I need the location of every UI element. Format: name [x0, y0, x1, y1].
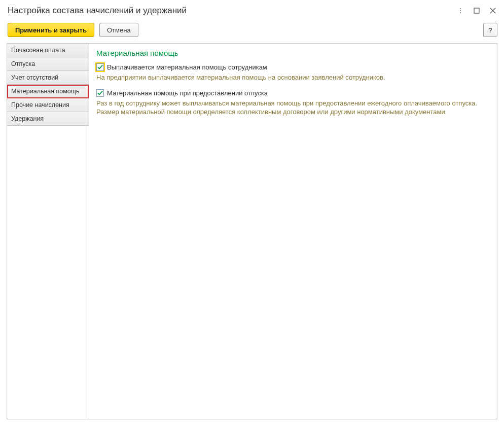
cancel-button[interactable]: Отмена	[99, 23, 138, 37]
content-panel: Материальная помощь Выплачивается матери…	[89, 44, 497, 419]
body: Почасовая оплата Отпуска Учет отсутствий…	[7, 43, 497, 419]
window-controls	[456, 6, 497, 15]
option-description: Раз в год сотруднику может выплачиваться…	[96, 99, 482, 117]
option-row: Выплачивается материальная помощь сотруд…	[96, 63, 490, 71]
sidebar-item-absence-tracking[interactable]: Учет отсутствий	[7, 71, 89, 85]
option-block: Материальная помощь при предоставлении о…	[96, 89, 490, 117]
checkbox-material-aid-vacation[interactable]	[96, 89, 104, 97]
option-label[interactable]: Материальная помощь при предоставлении о…	[107, 89, 268, 97]
sidebar-item-other-accruals[interactable]: Прочие начисления	[7, 98, 89, 112]
option-block: Выплачивается материальная помощь сотруд…	[96, 63, 490, 82]
maximize-icon[interactable]	[472, 6, 481, 15]
settings-window: Настройка состава начислений и удержаний…	[0, 0, 504, 426]
sidebar: Почасовая оплата Отпуска Учет отсутствий…	[7, 44, 89, 419]
sidebar-item-deductions[interactable]: Удержания	[7, 112, 89, 126]
kebab-menu-icon[interactable]	[456, 6, 465, 15]
option-description: На предприятии выплачивается материальна…	[96, 73, 482, 82]
toolbar: Применить и закрыть Отмена ?	[1, 20, 503, 43]
window-title: Настройка состава начислений и удержаний	[8, 6, 456, 16]
sidebar-item-hourly-pay[interactable]: Почасовая оплата	[7, 44, 89, 57]
option-label[interactable]: Выплачивается материальная помощь сотруд…	[107, 63, 267, 71]
close-icon[interactable]	[488, 6, 497, 15]
svg-rect-0	[474, 8, 479, 13]
sidebar-item-vacations[interactable]: Отпуска	[7, 57, 89, 71]
sidebar-item-material-aid[interactable]: Материальная помощь	[7, 85, 89, 98]
titlebar: Настройка состава начислений и удержаний	[1, 1, 503, 20]
apply-and-close-button[interactable]: Применить и закрыть	[8, 23, 94, 37]
section-title: Материальная помощь	[96, 49, 490, 57]
option-row: Материальная помощь при предоставлении о…	[96, 89, 490, 97]
help-button[interactable]: ?	[483, 23, 497, 37]
checkbox-material-aid-paid[interactable]	[96, 63, 104, 71]
